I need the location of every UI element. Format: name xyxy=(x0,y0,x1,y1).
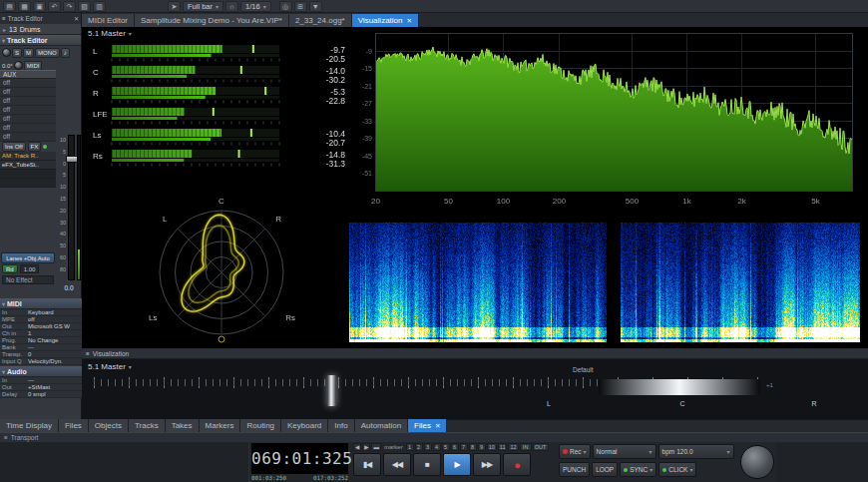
skip-start-button[interactable]: ▮◀ xyxy=(353,453,381,476)
bottom-tab-objects[interactable]: Objects xyxy=(89,419,129,432)
bottom-tab-takes[interactable]: Takes xyxy=(166,419,200,432)
range-start-time[interactable]: 001:03:250 xyxy=(251,475,286,481)
marker-10-button[interactable]: 10 xyxy=(487,443,497,451)
loop-button[interactable]: LOOP xyxy=(592,462,618,477)
tempo-dropdown[interactable]: bpm 120.0 ▾ xyxy=(658,444,734,459)
range-end-time[interactable]: 017:03:252 xyxy=(313,475,348,481)
range-start-icon[interactable]: ◀ xyxy=(353,443,361,451)
marker-tool-icon[interactable]: ▼ xyxy=(309,1,322,12)
marker-5-button[interactable]: 5 xyxy=(442,443,450,451)
snap-magnet-icon[interactable]: ∩ xyxy=(225,1,238,12)
bottom-tab-time-display[interactable]: Time Display xyxy=(0,419,59,432)
close-icon[interactable]: ✕ xyxy=(406,17,411,25)
gain-knob[interactable] xyxy=(2,48,11,57)
record-button[interactable]: ● xyxy=(503,453,531,476)
marker-7-button[interactable]: 7 xyxy=(460,443,468,451)
settings-row[interactable]: Bank--- xyxy=(0,344,82,351)
click-button[interactable]: CLICK▾ xyxy=(658,462,696,477)
time-display[interactable]: 069:01:325 xyxy=(251,443,348,474)
settings-row[interactable]: MPEoff xyxy=(0,316,82,323)
play-button[interactable]: ▶ xyxy=(443,453,471,476)
forward-button[interactable]: ▶▶ xyxy=(473,453,501,476)
tab-midi-editor[interactable]: MIDI Editor xyxy=(82,14,135,27)
aux-slot[interactable]: off xyxy=(0,106,56,115)
open-project-icon[interactable]: ▦ xyxy=(18,1,31,12)
inserts-off-button[interactable]: Ins Off xyxy=(2,142,26,152)
bottom-tab-files[interactable]: Files xyxy=(59,419,89,432)
settings-row[interactable]: Out+StMast xyxy=(0,384,82,391)
cut-icon[interactable]: ▧ xyxy=(78,1,91,12)
marker-6-button[interactable]: 6 xyxy=(451,443,459,451)
record-mode-button[interactable]: Rec ▾ xyxy=(559,444,591,459)
marker-1-button[interactable]: 1 xyxy=(406,443,414,451)
close-icon[interactable]: ✕ xyxy=(435,422,440,430)
marker-3-button[interactable]: 3 xyxy=(424,443,432,451)
aux-slot[interactable]: off xyxy=(0,133,56,142)
punch-out-button[interactable]: OUT xyxy=(533,443,549,451)
settings-row[interactable]: Delay0 smpl xyxy=(0,391,82,398)
grid-toggle-icon[interactable]: ⊞ xyxy=(294,1,307,12)
settings-row[interactable]: Input QVelocity/Dyn. xyxy=(0,358,82,365)
monitor-speaker-icon[interactable]: ♪ xyxy=(61,48,70,58)
settings-row[interactable]: InKeyboard xyxy=(0,309,82,316)
settings-row[interactable]: Prog.No Change xyxy=(0,337,82,344)
audio-section-header[interactable]: ▾ Audio xyxy=(0,366,82,377)
aux-slot[interactable]: off xyxy=(0,115,56,124)
tab-visualization[interactable]: Visualization✕ xyxy=(352,14,419,27)
marker-12-button[interactable]: 12 xyxy=(508,443,518,451)
range-loop-icon[interactable]: ▬ xyxy=(371,443,381,451)
pan-value[interactable]: 0.0° xyxy=(2,63,13,69)
track-selector[interactable]: ▸ 13 Drums xyxy=(0,24,81,35)
aux-section-header[interactable]: AUX xyxy=(0,70,56,79)
plugin-slot-empty[interactable] xyxy=(0,179,56,188)
plugin-slot[interactable]: eFX_TubeSt.. xyxy=(0,161,56,170)
marker-4-button[interactable]: 4 xyxy=(433,443,441,451)
marker-8-button[interactable]: 8 xyxy=(469,443,477,451)
close-icon[interactable]: ✕ xyxy=(74,15,79,22)
settings-row[interactable]: Transp.0 xyxy=(0,351,82,358)
bottom-tab-automation[interactable]: Automation xyxy=(355,419,408,432)
bottom-tab-keyboard[interactable]: Keyboard xyxy=(281,419,328,432)
scrub-knob[interactable] xyxy=(740,445,774,479)
correlation-source-dropdown[interactable]: 5.1 Master ▾ xyxy=(88,362,132,371)
tab-2-33-24-ogg[interactable]: 2_33_24.ogg* xyxy=(289,14,352,27)
aux-slot[interactable]: off xyxy=(0,88,56,97)
automation-read-button[interactable]: Rd xyxy=(2,264,18,273)
grid-dropdown[interactable]: 1/16▾ xyxy=(240,1,271,12)
fader-value[interactable]: 0.0 xyxy=(56,284,82,291)
mouse-mode-icon[interactable]: ➤ xyxy=(168,1,181,12)
save-icon[interactable]: ▣ xyxy=(33,1,46,12)
gain-value[interactable]: 1.00 xyxy=(20,264,40,273)
settings-row[interactable]: Ch in1 xyxy=(0,330,82,337)
marker-9-button[interactable]: 9 xyxy=(478,443,486,451)
bottom-tab-files[interactable]: Files✕ xyxy=(408,419,447,432)
correlation-panel-header[interactable]: ≡ Visualization xyxy=(82,349,868,359)
aux-slot[interactable]: off xyxy=(0,79,56,88)
transport-header[interactable]: ≡ Transport xyxy=(0,432,868,442)
midi-section-header[interactable]: ▾ MIDI xyxy=(0,298,82,309)
tab-samplitude-mixing-demo-you-are-vip[interactable]: Samplitude Mixing Demo - You Are.VIP* xyxy=(135,14,289,27)
stop-button[interactable]: ■ xyxy=(413,453,441,476)
zoom-tool-icon[interactable]: ◎ xyxy=(279,1,292,12)
settings-row[interactable]: OutMicrosoft GS W xyxy=(0,323,82,330)
undo-icon[interactable]: ↶ xyxy=(48,1,61,12)
settings-row[interactable]: In— xyxy=(0,377,82,384)
solo-button[interactable]: S xyxy=(12,48,22,58)
lanes-obj-auto-button[interactable]: Lanes +Obj.Auto xyxy=(1,252,55,263)
copy-icon[interactable]: ▥ xyxy=(93,1,106,12)
menu-icon[interactable]: ▤ xyxy=(3,1,16,12)
punch-in-button[interactable]: IN xyxy=(520,443,532,451)
aux-slot[interactable]: off xyxy=(0,97,56,106)
plugin-slot[interactable]: AM: Track R.. xyxy=(0,152,56,161)
sync-button[interactable]: SYNC▾ xyxy=(620,462,656,477)
range-end-icon[interactable]: ▶ xyxy=(362,443,370,451)
effect-slot[interactable]: No Effect xyxy=(2,275,54,284)
plugin-slot-empty[interactable] xyxy=(0,170,56,179)
midi-mode-button[interactable]: MIDI xyxy=(24,61,43,71)
rewind-button[interactable]: ◀◀ xyxy=(383,453,411,476)
play-mode-dropdown[interactable]: Normal ▾ xyxy=(593,444,656,459)
volume-fader[interactable] xyxy=(68,135,75,280)
redo-icon[interactable]: ↷ xyxy=(63,1,76,12)
bottom-tab-info[interactable]: Info xyxy=(328,419,354,432)
bottom-tab-tracks[interactable]: Tracks xyxy=(129,419,166,432)
